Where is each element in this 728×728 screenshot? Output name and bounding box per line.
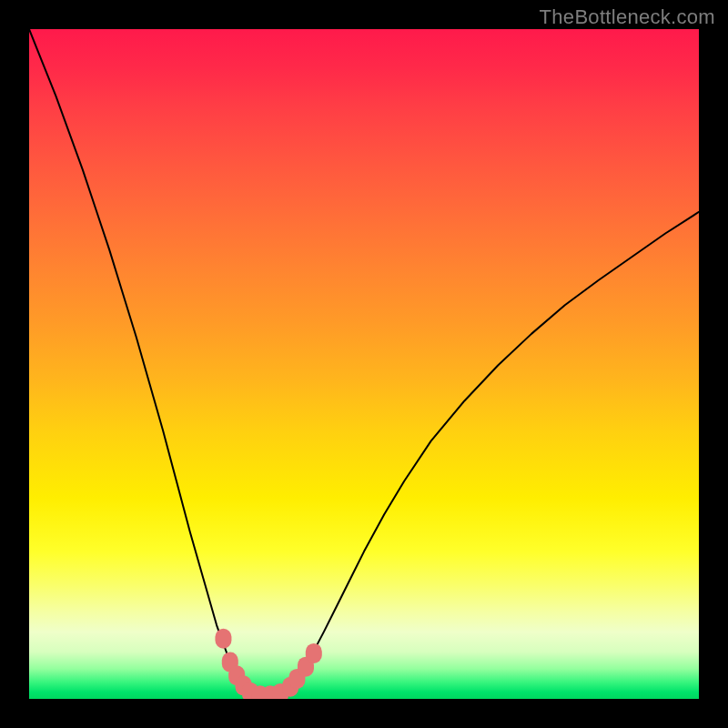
bottleneck-curve [29, 29, 699, 697]
valley-marker [215, 629, 231, 649]
chart-svg [29, 29, 699, 699]
valley-marker [306, 643, 322, 663]
valley-highlight-group [215, 629, 321, 699]
chart-frame: TheBottleneck.com [0, 0, 728, 728]
plot-area [29, 29, 699, 699]
watermark-text: TheBottleneck.com [540, 5, 715, 29]
